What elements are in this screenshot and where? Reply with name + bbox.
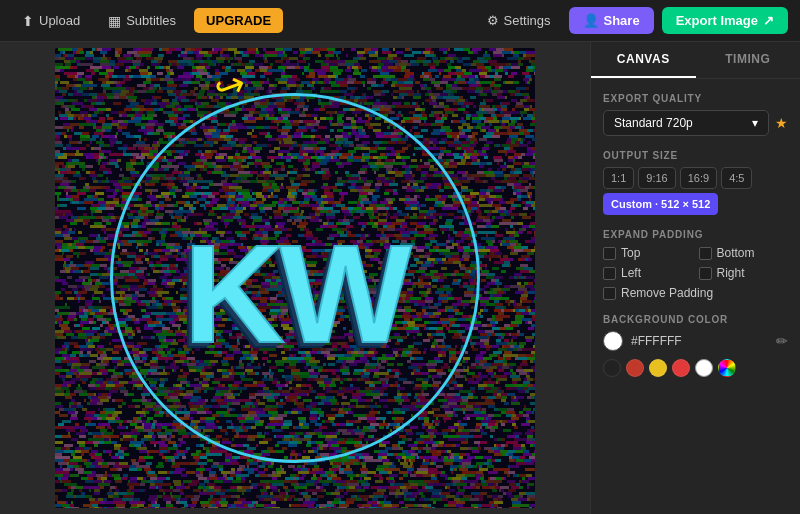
panel-tabs: CANVAS TIMING xyxy=(591,42,800,79)
expand-padding-label: EXPAND PADDING xyxy=(603,229,788,240)
padding-left-checkbox[interactable] xyxy=(603,267,616,280)
upload-icon: ⬆ xyxy=(22,13,34,29)
padding-bottom-item[interactable]: Bottom xyxy=(699,246,789,260)
remove-padding-label: Remove Padding xyxy=(621,286,713,300)
swatch-red2[interactable] xyxy=(672,359,690,377)
export-quality-section: EXPORT QUALITY Standard 720p ▾ ★ xyxy=(603,93,788,136)
export-quality-label: EXPORT QUALITY xyxy=(603,93,788,104)
size-options: 1:1 9:16 16:9 4:5 Custom · 512 × 512 xyxy=(603,167,788,215)
remove-padding-row[interactable]: Remove Padding xyxy=(603,286,788,300)
main-area: KW ↪ CANVAS TIMING EXPORT QUALITY Standa… xyxy=(0,42,800,514)
padding-top-checkbox[interactable] xyxy=(603,247,616,260)
padding-top-label: Top xyxy=(621,246,640,260)
tab-timing[interactable]: TIMING xyxy=(696,42,801,78)
swatch-black[interactable] xyxy=(603,359,621,377)
padding-top-item[interactable]: Top xyxy=(603,246,693,260)
subtitles-icon: ▦ xyxy=(108,13,121,29)
padding-left-item[interactable]: Left xyxy=(603,266,693,280)
subtitles-label: Subtitles xyxy=(126,13,176,28)
canvas-preview: KW ↪ xyxy=(55,48,535,508)
kw-logo-text: KW xyxy=(183,213,406,375)
padding-left-label: Left xyxy=(621,266,641,280)
eyedropper-icon[interactable]: ✏ xyxy=(776,333,788,349)
settings-label: Settings xyxy=(504,13,551,28)
padding-right-label: Right xyxy=(717,266,745,280)
upload-label: Upload xyxy=(39,13,80,28)
bg-color-row: #FFFFFF ✏ xyxy=(603,331,788,351)
share-label: Share xyxy=(604,13,640,28)
export-button[interactable]: Export Image ↗ xyxy=(662,7,788,34)
swatch-white[interactable] xyxy=(695,359,713,377)
color-hex-value: #FFFFFF xyxy=(631,334,768,348)
export-icon: ↗ xyxy=(763,13,774,28)
color-swatch-white[interactable] xyxy=(603,331,623,351)
share-icon: 👤 xyxy=(583,13,599,28)
quality-dropdown[interactable]: Standard 720p ▾ xyxy=(603,110,769,136)
swatch-red1[interactable] xyxy=(626,359,644,377)
canvas-area[interactable]: KW ↪ xyxy=(0,42,590,514)
bg-color-section: BACKGROUND COLOR #FFFFFF ✏ xyxy=(603,314,788,377)
swatch-gradient[interactable] xyxy=(718,359,736,377)
subtitles-button[interactable]: ▦ Subtitles xyxy=(98,8,186,34)
export-label: Export Image xyxy=(676,13,758,28)
gear-icon: ⚙ xyxy=(487,13,499,28)
size-16-9[interactable]: 16:9 xyxy=(680,167,717,189)
output-size-label: OUTPUT SIZE xyxy=(603,150,788,161)
share-button[interactable]: 👤 Share xyxy=(569,7,654,34)
upgrade-button[interactable]: UPGRADE xyxy=(194,8,283,33)
size-1-1[interactable]: 1:1 xyxy=(603,167,634,189)
topbar-right: ⚙ Settings 👤 Share Export Image ↗ xyxy=(477,7,788,34)
padding-right-item[interactable]: Right xyxy=(699,266,789,280)
padding-bottom-label: Bottom xyxy=(717,246,755,260)
upload-button[interactable]: ⬆ Upload xyxy=(12,8,90,34)
topbar-left: ⬆ Upload ▦ Subtitles UPGRADE xyxy=(12,8,469,34)
size-custom[interactable]: Custom · 512 × 512 xyxy=(603,193,718,215)
topbar: ⬆ Upload ▦ Subtitles UPGRADE ⚙ Settings … xyxy=(0,0,800,42)
remove-padding-checkbox[interactable] xyxy=(603,287,616,300)
size-9-16[interactable]: 9:16 xyxy=(638,167,675,189)
expand-padding-section: EXPAND PADDING Top Bottom Left xyxy=(603,229,788,300)
right-panel: CANVAS TIMING EXPORT QUALITY Standard 72… xyxy=(590,42,800,514)
output-size-section: OUTPUT SIZE 1:1 9:16 16:9 4:5 Custom · 5… xyxy=(603,150,788,215)
settings-button[interactable]: ⚙ Settings xyxy=(477,8,561,33)
chevron-down-icon: ▾ xyxy=(752,116,758,130)
swatch-yellow[interactable] xyxy=(649,359,667,377)
size-4-5[interactable]: 4:5 xyxy=(721,167,752,189)
quality-selector: Standard 720p ▾ ★ xyxy=(603,110,788,136)
panel-body: EXPORT QUALITY Standard 720p ▾ ★ OUTPUT … xyxy=(591,79,800,391)
tab-canvas[interactable]: CANVAS xyxy=(591,42,696,78)
padding-grid: Top Bottom Left Right xyxy=(603,246,788,280)
quality-value: Standard 720p xyxy=(614,116,693,130)
padding-bottom-checkbox[interactable] xyxy=(699,247,712,260)
color-swatches xyxy=(603,359,788,377)
star-icon: ★ xyxy=(775,115,788,131)
padding-right-checkbox[interactable] xyxy=(699,267,712,280)
bg-color-label: BACKGROUND COLOR xyxy=(603,314,788,325)
